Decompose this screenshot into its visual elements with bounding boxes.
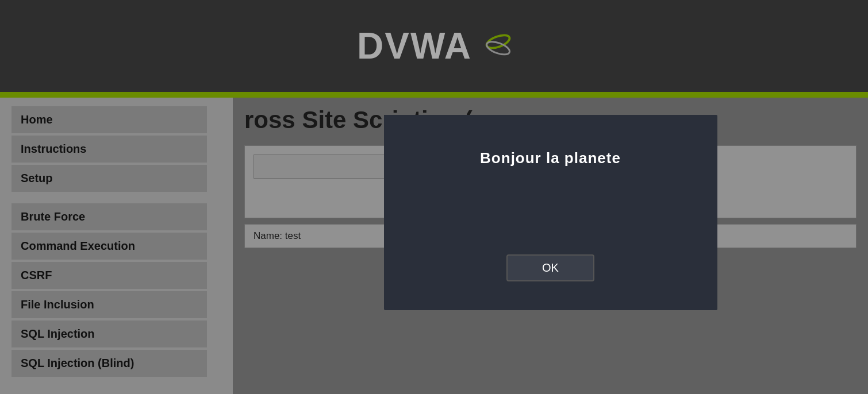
- sidebar-item-csrf[interactable]: CSRF: [11, 262, 207, 289]
- green-bar: [0, 92, 868, 98]
- content-area: ross Site Scripting ( Sign Guestbook Nam…: [233, 98, 868, 394]
- logo-icon: [477, 29, 511, 63]
- sidebar-item-home[interactable]: Home: [11, 106, 207, 133]
- sidebar-item-setup[interactable]: Setup: [11, 165, 207, 192]
- sidebar: Home Instructions Setup Brute Force Comm…: [0, 98, 233, 394]
- sidebar-item-file-inclusion[interactable]: File Inclusion: [11, 291, 207, 318]
- sidebar-item-instructions[interactable]: Instructions: [11, 136, 207, 163]
- alert-dialog: Bonjour la planete OK: [384, 115, 717, 310]
- dialog-ok-button[interactable]: OK: [506, 254, 594, 281]
- sidebar-item-sql-injection-blind[interactable]: SQL Injection (Blind): [11, 350, 207, 377]
- logo-text: DVWA: [357, 25, 472, 67]
- sidebar-item-brute-force[interactable]: Brute Force: [11, 203, 207, 230]
- header: DVWA: [0, 0, 868, 92]
- main-layout: Home Instructions Setup Brute Force Comm…: [0, 98, 868, 394]
- dialog-message: Bonjour la planete: [480, 149, 621, 167]
- dialog-overlay: Bonjour la planete OK: [233, 98, 868, 394]
- logo: DVWA: [357, 25, 511, 67]
- sidebar-item-sql-injection[interactable]: SQL Injection: [11, 320, 207, 347]
- sidebar-item-command-execution[interactable]: Command Execution: [11, 233, 207, 260]
